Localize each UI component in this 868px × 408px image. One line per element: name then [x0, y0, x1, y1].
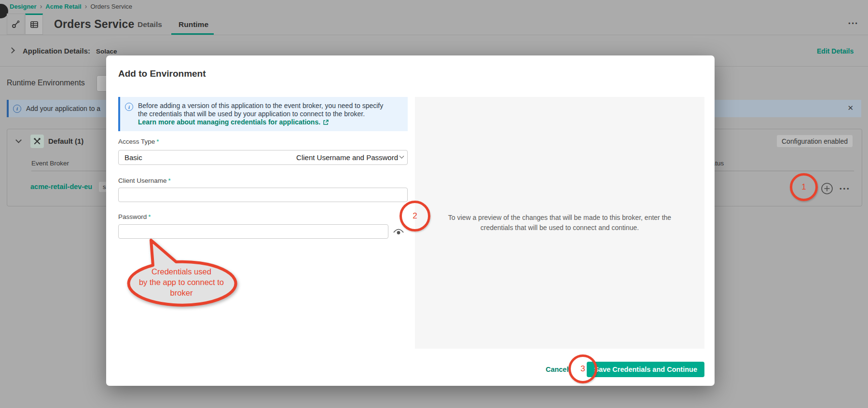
info-icon: i	[125, 103, 133, 111]
page-title: Orders Service	[54, 18, 134, 31]
breadcrumb-acme-retail[interactable]: Acme Retail	[45, 3, 81, 10]
application-details-label: Application Details:	[23, 47, 90, 55]
toolbar-more-icon[interactable]: •••	[845, 20, 862, 28]
bubble-text-line: Credentials used	[152, 267, 211, 276]
table-view-icon	[29, 20, 39, 29]
toolbar-divider	[0, 35, 868, 35]
modal-banner-line: the credentials that will be used by you…	[138, 110, 383, 118]
learn-more-link[interactable]: Learn more about managing credentials fo…	[138, 118, 329, 126]
access-type-label-text: Access Type	[118, 138, 155, 145]
view-tab-table[interactable]	[25, 14, 43, 35]
add-to-environment-button[interactable]	[821, 182, 833, 195]
runtime-environments-heading: Runtime Environments	[7, 79, 85, 87]
preview-text-line: credentials that will be used to connect…	[481, 223, 639, 233]
close-icon[interactable]: ✕	[847, 104, 854, 112]
preview-text-line: To view a preview of the changes that wi…	[448, 213, 671, 223]
cancel-button[interactable]: Cancel	[546, 366, 569, 373]
row-more-icon[interactable]: •••	[840, 185, 851, 192]
broker-name-link[interactable]: acme-retail-dev-eu	[30, 183, 92, 190]
required-asterisk: *	[168, 177, 171, 184]
breadcrumb-separator-icon: ›	[40, 2, 42, 10]
tab-runtime[interactable]: Runtime	[179, 20, 208, 29]
column-header-event-broker: Event Broker	[31, 160, 69, 167]
bubble-text-line: by the app to connect to	[139, 278, 224, 286]
access-type-value: Basic	[124, 153, 296, 162]
modal-info-banner: i Before adding a version of this applic…	[118, 97, 408, 131]
bubble-text-line: broker	[170, 288, 193, 297]
application-details-value: Solace	[96, 48, 117, 55]
expand-chevron-icon[interactable]	[9, 47, 15, 54]
annotation-speech-bubble: Credentials used by the app to connect t…	[116, 236, 246, 313]
modal-title: Add to Environment	[118, 68, 206, 79]
tools-icon	[33, 137, 41, 145]
external-link-icon	[323, 120, 329, 125]
info-icon: i	[13, 105, 21, 113]
annotation-step-circle-2: 2	[400, 201, 430, 231]
eye-icon	[393, 227, 404, 236]
tab-details[interactable]: Details	[138, 20, 162, 29]
annotation-step-circle-1: 1	[790, 173, 818, 201]
modal-banner-line: Before adding a version of this applicat…	[138, 102, 383, 110]
client-username-field[interactable]	[118, 188, 408, 202]
plus-circle-icon	[821, 182, 833, 195]
learn-more-label: Learn more about managing credentials fo…	[138, 118, 320, 126]
annotation-step-circle-3: 3	[568, 354, 597, 383]
required-asterisk: *	[148, 213, 151, 220]
access-type-selected-option: Client Username and Password	[296, 153, 398, 162]
password-label: Password*	[118, 213, 151, 220]
show-password-toggle[interactable]	[393, 227, 404, 236]
chevron-down-icon	[400, 154, 404, 159]
access-type-label: Access Type*	[118, 138, 159, 145]
screen: Designer › Acme Retail › Orders Service …	[0, 0, 868, 408]
configuration-enabled-badge: Configuration enabled	[777, 135, 853, 147]
edit-details-link[interactable]: Edit Details	[817, 47, 854, 55]
breadcrumb-designer[interactable]: Designer	[10, 3, 37, 10]
preview-panel: To view a preview of the changes that wi…	[415, 97, 704, 349]
breadcrumb: Designer › Acme Retail › Orders Service	[10, 2, 132, 11]
breadcrumb-separator-icon: ›	[85, 2, 87, 10]
save-credentials-button[interactable]: Save Credentials and Continue	[587, 362, 704, 377]
environment-group-container	[30, 135, 44, 148]
breadcrumb-current: Orders Service	[90, 3, 132, 10]
graph-view-icon	[11, 19, 21, 29]
client-username-label: Client Username*	[118, 177, 171, 184]
password-label-text: Password	[118, 213, 147, 220]
required-asterisk: *	[156, 138, 159, 145]
page-info-banner-text: Add your application to a	[26, 105, 100, 112]
client-username-label-text: Client Username	[118, 177, 167, 184]
environment-group-label: Default (1)	[48, 137, 83, 145]
view-tab-graph[interactable]	[7, 14, 25, 35]
access-type-select[interactable]: Basic Client Username and Password	[118, 150, 408, 165]
